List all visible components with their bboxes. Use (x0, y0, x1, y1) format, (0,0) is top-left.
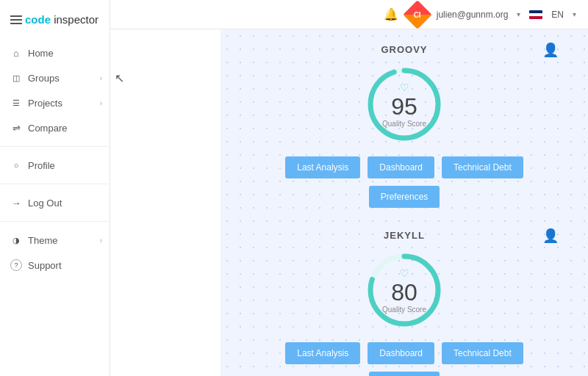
lang-dropdown-icon[interactable]: ▾ (573, 10, 576, 18)
project-title-row-groovy: GROOVY 👤 (250, 44, 559, 55)
hamburger-icon[interactable] (10, 15, 22, 24)
user-email[interactable]: julien@gunnm.org (437, 10, 509, 20)
sidebar-label-compare: Compare (28, 123, 67, 134)
sidebar: code inspector Home Groups › ↖ Projects … (0, 0, 110, 376)
notification-bell-icon[interactable]: 🔔 (384, 7, 398, 21)
project-name-groovy: GROOVY (381, 44, 427, 55)
score-circle-groovy: ♡ 95 Quality Score (364, 64, 445, 145)
sidebar-divider-3 (0, 221, 110, 222)
preferences-button-jekyll[interactable]: Preferences (369, 372, 440, 376)
score-circle-jekyll: ♡ 80 Quality Score (364, 250, 445, 330)
sidebar-label-groups: Groups (28, 73, 60, 84)
sidebar-label-theme: Theme (28, 235, 57, 246)
project-name-jekyll: JEKYLL (384, 230, 425, 241)
technical-debt-button-jekyll[interactable]: Technical Debt (442, 342, 523, 364)
flag-icon (529, 10, 542, 19)
score-container-jekyll: ♡ 80 Quality Score (250, 250, 559, 330)
header: 🔔 CI julien@gunnm.org ▾ EN ▾ (110, 0, 588, 29)
action-buttons-jekyll: Last Analysis Dashboard Technical Debt P… (250, 342, 559, 376)
projects-icon (10, 97, 22, 109)
score-container-groovy: ♡ 95 Quality Score (250, 64, 559, 145)
action-buttons-groovy: Last Analysis Dashboard Technical Debt P… (250, 156, 559, 208)
language-selector[interactable]: EN (551, 10, 564, 20)
profile-icon (10, 159, 22, 171)
main-content: GROOVY 👤 ♡ 95 Quality Score Last Analysi… (220, 29, 588, 376)
chevron-right-icon: › (100, 236, 102, 245)
diamond-logo-icon: CI (403, 0, 432, 29)
compare-icon (10, 122, 22, 134)
user-dropdown-icon[interactable]: ▾ (517, 10, 520, 18)
score-value-jekyll: 80 (391, 281, 417, 304)
sidebar-item-support[interactable]: Support (0, 253, 110, 278)
home-icon (10, 47, 22, 59)
last-analysis-button-groovy[interactable]: Last Analysis (285, 156, 360, 178)
brand-logo: CI (407, 4, 428, 25)
logo-rest: inspector (51, 13, 98, 26)
score-label-jekyll: Quality Score (382, 306, 426, 314)
project-user-icon-jekyll[interactable]: 👤 (542, 228, 559, 244)
sidebar-item-groups[interactable]: Groups › ↖ (0, 65, 110, 90)
heart-icon-groovy: ♡ (400, 82, 409, 93)
sidebar-nav: Home Groups › ↖ Projects › Compare Profi… (0, 37, 110, 376)
project-card-groovy: GROOVY 👤 ♡ 95 Quality Score Last Analysi… (250, 44, 559, 208)
logo-text: code inspector (25, 13, 98, 26)
sidebar-divider (0, 146, 110, 147)
logo: code inspector (0, 7, 110, 37)
score-label-groovy: Quality Score (382, 120, 426, 128)
sidebar-label-logout: Log Out (28, 198, 62, 209)
preferences-button-groovy[interactable]: Preferences (369, 186, 440, 208)
support-icon (10, 259, 22, 271)
sidebar-item-home[interactable]: Home (0, 40, 110, 65)
sidebar-divider-2 (0, 184, 110, 184)
dashboard-button-jekyll[interactable]: Dashboard (368, 342, 434, 364)
last-analysis-button-jekyll[interactable]: Last Analysis (285, 342, 360, 364)
logo-code: code (25, 13, 51, 26)
sidebar-item-logout[interactable]: Log Out (0, 190, 110, 215)
chevron-right-icon: › (100, 74, 102, 82)
sidebar-item-projects[interactable]: Projects › (0, 90, 110, 115)
sidebar-item-profile[interactable]: Profile (0, 153, 110, 178)
score-value-groovy: 95 (391, 95, 417, 118)
chevron-right-icon: › (100, 99, 102, 107)
project-user-icon[interactable]: 👤 (542, 42, 559, 58)
technical-debt-button-groovy[interactable]: Technical Debt (442, 156, 523, 178)
sidebar-label-support: Support (28, 260, 62, 271)
sidebar-label-home: Home (28, 48, 54, 59)
project-title-row-jekyll: JEKYLL 👤 (250, 230, 559, 241)
dashboard-button-groovy[interactable]: Dashboard (368, 156, 434, 178)
logout-icon (10, 197, 22, 209)
sidebar-item-compare[interactable]: Compare (0, 115, 110, 140)
sidebar-label-profile: Profile (28, 160, 55, 171)
project-card-jekyll: JEKYLL 👤 ♡ 80 Quality Score Last Analysi… (250, 230, 559, 376)
groups-icon (10, 72, 22, 84)
sidebar-label-projects: Projects (28, 98, 62, 109)
cursor: ↖ (115, 71, 124, 85)
heart-icon-jekyll: ♡ (400, 267, 409, 279)
theme-icon (10, 234, 22, 246)
sidebar-item-theme[interactable]: Theme › (0, 228, 110, 253)
